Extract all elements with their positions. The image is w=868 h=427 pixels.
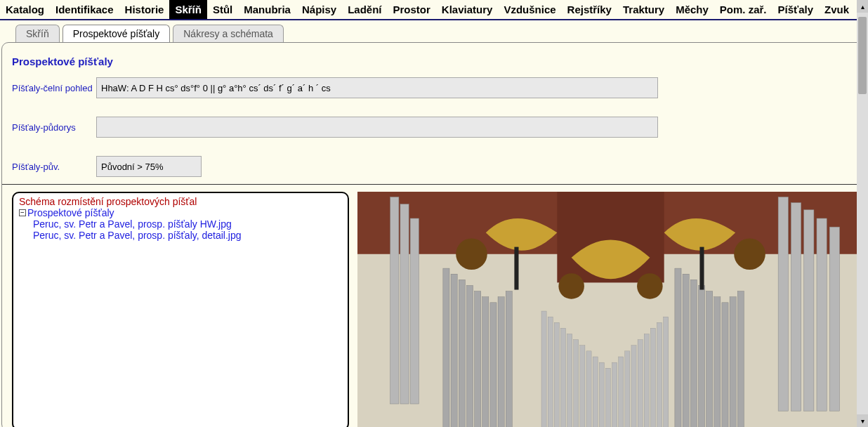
nav-item[interactable]: Historie xyxy=(119,0,170,19)
svg-rect-36 xyxy=(560,328,565,427)
svg-rect-12 xyxy=(804,210,814,411)
svg-rect-53 xyxy=(514,247,518,290)
sub-tabs: SkříňProspektové píšťalyNákresy a schéma… xyxy=(0,20,868,42)
scroll-up-icon[interactable] xyxy=(857,0,868,13)
svg-rect-49 xyxy=(644,334,649,427)
svg-rect-44 xyxy=(612,362,617,427)
svg-rect-8 xyxy=(400,204,409,404)
row-pudorys: Píšťaly-půdorys xyxy=(2,117,864,138)
nav-item[interactable]: Klaviatury xyxy=(436,0,499,19)
tab[interactable]: Nákresy a schémata xyxy=(173,25,284,42)
svg-point-5 xyxy=(558,273,584,299)
svg-rect-43 xyxy=(605,368,610,427)
svg-rect-47 xyxy=(631,346,636,427)
svg-rect-31 xyxy=(730,297,736,427)
row-celni-pohled: Píšťaly-čelní pohled xyxy=(2,77,864,98)
svg-point-3 xyxy=(456,238,487,270)
nav-item[interactable]: Měchy xyxy=(670,0,714,19)
tree-box: Schéma rozmístění prospektových píšťal −… xyxy=(12,192,349,427)
svg-rect-25 xyxy=(683,274,689,427)
svg-rect-15 xyxy=(443,268,449,427)
input-puv[interactable] xyxy=(96,156,202,177)
svg-rect-35 xyxy=(554,322,559,427)
svg-rect-13 xyxy=(817,218,827,411)
svg-rect-37 xyxy=(567,334,572,427)
svg-rect-26 xyxy=(690,280,697,427)
tree-item[interactable]: Peruc, sv. Petr a Pavel, prosp. píšťaly … xyxy=(19,218,342,230)
nav-item[interactable]: Nápisy xyxy=(296,0,342,19)
svg-rect-54 xyxy=(699,247,704,290)
divider xyxy=(2,184,864,185)
tree-heading: Schéma rozmístění prospektových píšťal xyxy=(19,196,342,207)
scroll-down-icon[interactable] xyxy=(857,414,868,427)
svg-rect-33 xyxy=(541,311,546,427)
tree-folder-line: − Prospektové píšťaly xyxy=(19,207,342,218)
tree-item[interactable]: Peruc, sv. Petr a Pavel, prosp. píšťaly,… xyxy=(19,230,342,241)
svg-rect-9 xyxy=(410,218,419,404)
svg-rect-7 xyxy=(390,197,399,404)
svg-rect-17 xyxy=(459,280,465,427)
content-panel: Prospektové píšťaly Píšťaly-čelní pohled… xyxy=(1,42,864,427)
organ-image xyxy=(357,192,864,427)
label-puv: Píšťaly-pův. xyxy=(12,162,96,172)
svg-rect-18 xyxy=(466,285,473,427)
image-preview xyxy=(357,192,864,427)
nav-item[interactable]: Stůl xyxy=(207,0,238,19)
svg-rect-16 xyxy=(451,274,457,427)
svg-rect-23 xyxy=(506,291,512,427)
svg-rect-20 xyxy=(482,297,489,427)
row-puv: Píšťaly-pův. xyxy=(2,156,864,177)
collapse-icon[interactable]: − xyxy=(19,209,26,216)
nav-item[interactable]: Rejstříky xyxy=(562,0,617,19)
tab[interactable]: Prospektové píšťaly xyxy=(63,25,171,42)
svg-rect-41 xyxy=(593,357,598,427)
svg-rect-10 xyxy=(778,197,788,412)
svg-rect-11 xyxy=(791,203,801,412)
svg-rect-42 xyxy=(599,362,604,427)
nav-item[interactable]: Zvuk xyxy=(819,0,855,19)
svg-rect-14 xyxy=(829,227,839,411)
input-pudorys[interactable] xyxy=(96,117,658,138)
nav-item[interactable]: Píšťaly xyxy=(772,0,820,19)
svg-rect-38 xyxy=(574,340,579,427)
svg-rect-19 xyxy=(475,291,481,427)
svg-rect-21 xyxy=(490,303,497,427)
nav-item[interactable]: Vzdušnice xyxy=(498,0,561,19)
svg-rect-39 xyxy=(580,346,585,427)
nav-item[interactable]: Prostor xyxy=(388,0,436,19)
svg-rect-48 xyxy=(638,340,643,427)
svg-rect-34 xyxy=(548,317,553,427)
nav-item[interactable]: Skříň xyxy=(169,0,207,19)
svg-rect-51 xyxy=(657,322,662,427)
svg-rect-24 xyxy=(675,268,681,427)
scroll-thumb[interactable] xyxy=(858,17,867,94)
label-celni-pohled: Píšťaly-čelní pohled xyxy=(12,83,96,93)
lower-area: Schéma rozmístění prospektových píšťal −… xyxy=(2,192,864,427)
svg-point-4 xyxy=(734,238,765,270)
svg-rect-27 xyxy=(698,285,704,427)
svg-rect-45 xyxy=(619,357,624,427)
svg-rect-22 xyxy=(498,297,504,427)
nav-item[interactable]: Manubria xyxy=(238,0,296,19)
svg-rect-28 xyxy=(706,291,713,427)
nav-item[interactable]: Identifikace xyxy=(50,0,119,19)
nav-item[interactable]: Ladění xyxy=(342,0,387,19)
svg-rect-40 xyxy=(586,351,591,427)
scrollbar[interactable] xyxy=(857,0,868,427)
svg-rect-46 xyxy=(625,351,630,427)
label-pudorys: Píšťaly-půdorys xyxy=(12,122,96,133)
svg-rect-29 xyxy=(714,297,721,427)
svg-rect-52 xyxy=(664,317,669,427)
nav-item[interactable]: Traktury xyxy=(617,0,670,19)
main-nav: KatalogIdentifikaceHistorieSkříňStůlManu… xyxy=(0,0,868,20)
svg-rect-50 xyxy=(650,328,655,427)
nav-item[interactable]: Pom. zař. xyxy=(714,0,772,19)
nav-item[interactable]: Katalog xyxy=(0,0,50,19)
input-celni-pohled[interactable] xyxy=(96,77,658,98)
section-title: Prospektové píšťaly xyxy=(2,55,864,77)
svg-point-6 xyxy=(637,273,663,299)
svg-rect-30 xyxy=(722,303,728,427)
tree-folder[interactable]: Prospektové píšťaly xyxy=(27,207,114,218)
tab[interactable]: Skříň xyxy=(15,25,60,42)
svg-rect-32 xyxy=(737,291,744,427)
